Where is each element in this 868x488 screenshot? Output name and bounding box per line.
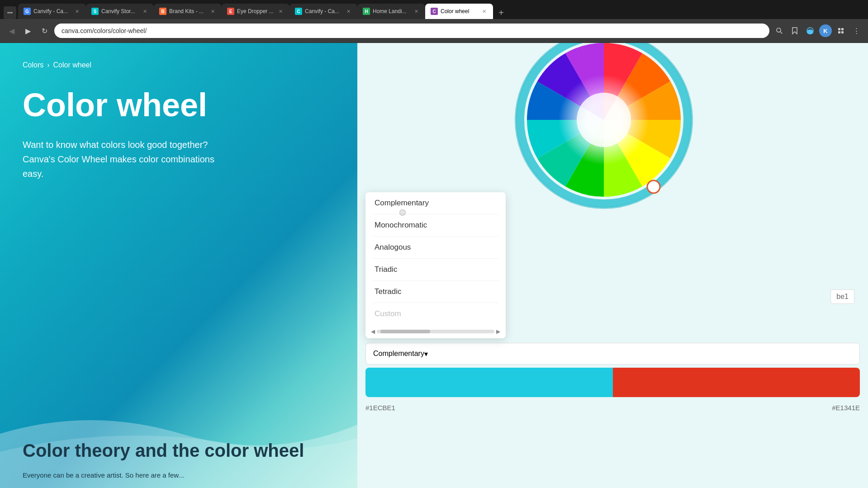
color-code-right: #E1341E (613, 400, 860, 415)
tab-7-favicon: C (431, 8, 438, 15)
color-preview-bar (365, 368, 860, 397)
tab-7-label: Color wheel (441, 8, 478, 14)
address-bar: ◀ ▶ ↻ K ⋮ (0, 19, 868, 43)
dropdown-item-custom: Custom (365, 303, 506, 325)
color-wheel-svg[interactable] (500, 43, 708, 224)
dropdown-item-triadic[interactable]: Triadic (365, 259, 506, 280)
dropdown-panel[interactable]: Complementary Monochromatic Analogous Tr… (365, 192, 506, 338)
page-content: Colors › Color wheel Color wheel Want to… (0, 43, 868, 488)
svg-marker-5 (792, 28, 797, 34)
hex-value-display: be1 (830, 289, 854, 304)
svg-line-4 (780, 32, 782, 33)
color-preview-left (365, 368, 613, 397)
tab-6-label: Home Landi... (373, 8, 410, 14)
svg-rect-8 (838, 28, 840, 30)
breadcrumb-parent[interactable]: Colors (23, 61, 43, 69)
color-preview-right (613, 368, 860, 397)
description-line3: easy. (23, 169, 43, 179)
breadcrumb-separator: › (47, 61, 49, 69)
tab-3[interactable]: B Brand Kits - ... ✕ (154, 4, 222, 19)
svg-rect-11 (841, 31, 844, 33)
tab-5-label: Canvify - Ca... (305, 8, 342, 14)
tab-3-label: Brand Kits - ... (169, 8, 206, 14)
tab-4-favicon: E (227, 8, 234, 15)
color-type-selector[interactable]: Complementary ▾ (365, 343, 860, 365)
tab-5-favicon: C (295, 8, 302, 15)
color-code-left: #1ECBE1 (365, 400, 613, 415)
tab-2-favicon: S (91, 8, 99, 15)
left-content: Colors › Color wheel Color wheel Want to… (0, 43, 357, 488)
tab-5-close[interactable]: ✕ (345, 8, 352, 15)
dropdown-item-tetradic[interactable]: Tetradic (365, 281, 506, 303)
chevron-down-icon: ▾ (424, 350, 428, 358)
tab-5[interactable]: C Canvify - Ca... ✕ (289, 4, 357, 19)
color-codes: #1ECBE1 #E1341E (365, 400, 860, 415)
svg-point-2 (11, 12, 13, 14)
edge-logo (804, 24, 816, 37)
tab-4-label: Eye Dropper ... (237, 8, 274, 14)
page-description: Want to know what colors look good toget… (23, 137, 249, 181)
right-content: Complementary Monochromatic Analogous Tr… (357, 43, 868, 488)
dropdown-item-analogous[interactable]: Analogous (365, 237, 506, 258)
browser-chrome: G Canvify - Ca... ✕ S Canvify Stor... ✕ … (0, 0, 868, 43)
dropdown-item-monochromatic[interactable]: Monochromatic (365, 214, 506, 236)
tab-7-active[interactable]: C Color wheel ✕ (425, 4, 493, 19)
description-line1: Want to know what colors look good toget… (23, 140, 208, 150)
description-line2: Canva's Color Wheel makes color combinat… (23, 154, 214, 164)
extensions-icon[interactable] (835, 24, 847, 37)
tab-1-label: Canvify - Ca... (33, 8, 71, 14)
tab-6[interactable]: H Home Landi... ✕ (357, 4, 425, 19)
color-type-label: Complementary (373, 350, 424, 358)
browser-menu-dots[interactable]: ⋮ (850, 24, 863, 37)
svg-point-1 (9, 12, 11, 14)
tab-1-close[interactable]: ✕ (73, 8, 81, 15)
scrollbar-left-arrow[interactable]: ◀ (371, 328, 375, 335)
svg-point-13 (577, 93, 631, 147)
tab-2[interactable]: S Canvify Stor... ✕ (86, 4, 154, 19)
browser-menu-icon[interactable] (4, 6, 16, 19)
scrollbar-right-arrow[interactable]: ▶ (496, 328, 500, 335)
svg-point-17 (647, 180, 660, 193)
dropdown-item-complementary[interactable]: Complementary (365, 192, 506, 214)
breadcrumb: Colors › Color wheel (23, 61, 335, 69)
address-input[interactable] (54, 24, 769, 38)
tab-6-favicon: H (363, 8, 370, 15)
back-button[interactable]: ◀ (5, 24, 18, 37)
bookmark-icon[interactable] (788, 24, 801, 37)
tab-2-close[interactable]: ✕ (141, 8, 148, 15)
tab-7-close[interactable]: ✕ (480, 8, 488, 15)
profile-button[interactable]: K (819, 24, 832, 37)
forward-button[interactable]: ▶ (22, 24, 34, 37)
tab-3-close[interactable]: ✕ (209, 8, 216, 15)
tab-2-label: Canvify Stor... (101, 8, 138, 14)
page-title: Color wheel (23, 87, 335, 123)
tab-1-favicon: G (24, 8, 31, 15)
color-theory-description: Everyone can be a creative artist. So he… (23, 471, 184, 479)
color-theory-title: Color theory and the color wheel (23, 441, 304, 461)
breadcrumb-current: Color wheel (53, 61, 91, 69)
scrollbar-thumb[interactable] (380, 330, 430, 333)
svg-rect-9 (841, 28, 844, 30)
scrollbar-container: ◀ ▶ (365, 325, 506, 338)
svg-rect-10 (838, 31, 840, 33)
scrollbar-track[interactable] (377, 330, 494, 333)
color-theory-section: Color theory and the color wheel (23, 441, 304, 461)
tab-4-close[interactable]: ✕ (277, 8, 284, 15)
tab-bar: G Canvify - Ca... ✕ S Canvify Stor... ✕ … (0, 0, 868, 19)
tab-3-favicon: B (159, 8, 166, 15)
tab-6-close[interactable]: ✕ (413, 8, 420, 15)
toolbar-right: K ⋮ (773, 24, 863, 37)
new-tab-button[interactable]: + (495, 6, 508, 19)
refresh-button[interactable]: ↻ (38, 24, 51, 37)
color-wheel-container[interactable] (500, 43, 726, 206)
tab-4[interactable]: E Eye Dropper ... ✕ (222, 4, 289, 19)
tab-1[interactable]: G Canvify - Ca... ✕ (18, 4, 86, 19)
search-icon[interactable] (773, 24, 786, 37)
svg-point-0 (8, 12, 9, 14)
